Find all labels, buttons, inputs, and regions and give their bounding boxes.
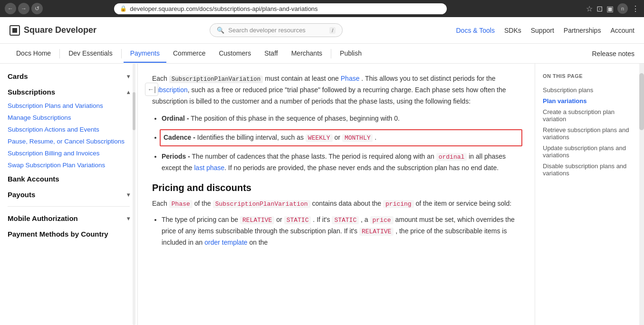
subnav-divider-3 bbox=[331, 49, 331, 58]
logo-inner bbox=[12, 28, 17, 33]
subnav-divider-1 bbox=[59, 49, 60, 58]
toc-plan-variations[interactable]: Plan variations bbox=[543, 96, 632, 106]
release-notes-link[interactable]: Release notes bbox=[592, 50, 634, 57]
relative-code: RELATIVE bbox=[240, 216, 274, 224]
pricing-type-item: The type of pricing can be RELATIVE or S… bbox=[162, 214, 520, 249]
search-kbd-shortcut: / bbox=[329, 27, 336, 34]
sidebar-bank-accounts-heading[interactable]: Bank Accounts bbox=[0, 171, 137, 187]
logo-area[interactable]: Square Developer bbox=[10, 25, 96, 36]
main-layout: Cards ▾ Subscriptions ▴ Subscription Pla… bbox=[0, 64, 644, 325]
sidebar-divider bbox=[8, 206, 130, 207]
subnav-staff[interactable]: Staff bbox=[258, 45, 285, 63]
subnav-divider-2 bbox=[121, 49, 122, 58]
logo-text: Square Developer bbox=[24, 25, 96, 35]
intro-paragraph: Each SubscriptionPlanVariation must cont… bbox=[152, 73, 520, 107]
ordinal-item: Ordinal - The position of this phase in … bbox=[162, 113, 520, 124]
main-scrollbar bbox=[639, 64, 644, 325]
address-bar[interactable]: 🔒 developer.squareup.com/docs/subscripti… bbox=[114, 3, 447, 14]
sidebar-link-pause-resume-cancel[interactable]: Pause, Resume, or Cancel Subscriptions bbox=[0, 135, 137, 147]
static-code: STATIC bbox=[284, 216, 311, 224]
refresh-button[interactable]: ↺ bbox=[31, 3, 43, 14]
subscription-plan-variation-code: SubscriptionPlanVariation bbox=[169, 76, 263, 83]
subnav-payments[interactable]: Payments bbox=[124, 45, 166, 63]
sidebar-link-actions-events[interactable]: Subscription Actions and Events bbox=[0, 124, 137, 135]
toc-subscription-plans[interactable]: Subscription plans bbox=[543, 85, 632, 96]
search-bar[interactable]: 🔍 Search developer resources / bbox=[210, 23, 343, 37]
cards-label: Cards bbox=[8, 72, 28, 80]
sidebar-icon[interactable]: ▣ bbox=[606, 4, 614, 13]
subnav-publish[interactable]: Publish bbox=[333, 45, 368, 63]
subnav-docs-home[interactable]: Docs Home bbox=[10, 45, 58, 63]
sidebar: Cards ▾ Subscriptions ▴ Subscription Pla… bbox=[0, 64, 138, 325]
subnav-customers[interactable]: Customers bbox=[212, 45, 258, 63]
docs-tools-link[interactable]: Docs & Tools bbox=[456, 27, 495, 34]
subnav-commerce[interactable]: Commerce bbox=[166, 45, 212, 63]
price-code: price bbox=[370, 216, 394, 224]
bank-accounts-label: Bank Accounts bbox=[8, 175, 59, 183]
star-icon[interactable]: ☆ bbox=[586, 4, 593, 13]
sidebar-link-billing-invoices[interactable]: Subscription Billing and Invoices bbox=[0, 147, 137, 159]
cards-chevron-icon: ▾ bbox=[127, 73, 130, 80]
sidebar-payment-methods-heading[interactable]: Payment Methods by Country bbox=[0, 226, 137, 242]
sidebar-link-swap-variations[interactable]: Swap Subscription Plan Variations bbox=[0, 159, 137, 171]
browser-nav-buttons: ← → ↺ bbox=[5, 3, 43, 14]
payouts-label: Payouts bbox=[8, 191, 35, 199]
forward-button[interactable]: → bbox=[18, 3, 29, 14]
phase-code: Phase bbox=[169, 200, 192, 208]
logo-square-icon bbox=[10, 25, 20, 36]
sidebar-link-manage-subscriptions[interactable]: Manage Subscriptions bbox=[0, 112, 137, 124]
payouts-chevron-icon: ▾ bbox=[127, 191, 130, 198]
sidebar-mobile-auth-heading[interactable]: Mobile Authorization ▾ bbox=[0, 210, 137, 226]
subnav-dev-essentials[interactable]: Dev Essentials bbox=[62, 45, 119, 63]
sidebar-cards-heading[interactable]: Cards ▾ bbox=[0, 68, 137, 84]
pricing-list: The type of pricing can be RELATIVE or S… bbox=[162, 214, 520, 249]
periods-term: Periods - bbox=[162, 153, 190, 160]
sidebar-link-plans-variations[interactable]: Subscription Plans and Variations bbox=[0, 100, 137, 112]
partnerships-link[interactable]: Partnerships bbox=[564, 27, 601, 34]
header-nav: Docs & Tools SDKs Support Partnerships A… bbox=[456, 27, 634, 34]
browser-actions: ☆ ⊡ ▣ n ⋮ bbox=[586, 3, 639, 14]
toc-create-variation[interactable]: Create a subscription plan variation bbox=[543, 106, 632, 124]
support-link[interactable]: Support bbox=[531, 27, 554, 34]
extension-icon[interactable]: ⊡ bbox=[596, 4, 603, 13]
static-code-2: STATIC bbox=[332, 216, 359, 224]
lock-icon: 🔒 bbox=[120, 5, 127, 12]
relative-code-2: RELATIVE bbox=[359, 228, 394, 236]
account-link[interactable]: Account bbox=[610, 27, 634, 34]
toc-panel: ON THIS PAGE Subscription plans Plan var… bbox=[535, 64, 639, 325]
back-button[interactable]: ← bbox=[5, 3, 16, 14]
site-header: Square Developer 🔍 Search developer reso… bbox=[0, 17, 644, 44]
sidebar-scroll bbox=[133, 64, 135, 325]
sidebar-payouts-heading[interactable]: Payouts ▾ bbox=[0, 187, 137, 202]
toc-title: ON THIS PAGE bbox=[543, 73, 632, 79]
toc-update-plans[interactable]: Update subscription plans and variations bbox=[543, 143, 632, 161]
pricing-code: pricing bbox=[383, 200, 414, 208]
order-template-link[interactable]: order template bbox=[204, 239, 247, 246]
subnav-merchants[interactable]: Merchants bbox=[285, 45, 329, 63]
subscriptions-chevron-icon: ▴ bbox=[127, 89, 130, 96]
profile-icon[interactable]: n bbox=[617, 3, 628, 14]
sdks-link[interactable]: SDKs bbox=[504, 27, 521, 34]
phase-link[interactable]: Phase bbox=[341, 75, 360, 82]
mobile-auth-chevron-icon: ▾ bbox=[127, 215, 130, 222]
weekly-code: WEEKLY bbox=[306, 134, 333, 142]
toc-disable-plans[interactable]: Disable subscription plans and variation… bbox=[543, 161, 632, 179]
periods-item: Periods - The number of cadences that th… bbox=[162, 151, 520, 174]
scroll-thumb[interactable] bbox=[133, 92, 135, 130]
payment-methods-label: Payment Methods by Country bbox=[8, 230, 108, 238]
collapse-sidebar-button[interactable]: ←| bbox=[145, 83, 158, 96]
sidebar-subscriptions-heading[interactable]: Subscriptions ▴ bbox=[0, 84, 137, 100]
ordinal-code: ordinal bbox=[436, 153, 467, 161]
subscriptions-label: Subscriptions bbox=[8, 88, 55, 96]
cadence-highlight-box: Cadence - Identifies the billing interva… bbox=[160, 129, 522, 146]
search-icon: 🔍 bbox=[217, 27, 224, 34]
url-text: developer.squareup.com/docs/subscription… bbox=[130, 5, 317, 12]
ordinal-term: Ordinal - bbox=[162, 115, 189, 122]
menu-icon[interactable]: ⋮ bbox=[632, 4, 639, 13]
subscription-plan-variation-code2: SubscriptionPlanVariation bbox=[213, 200, 310, 208]
last-phase-link[interactable]: last phase bbox=[194, 164, 225, 172]
pricing-intro: Each Phase of the SubscriptionPlanVariat… bbox=[152, 198, 520, 210]
main-scroll-thumb[interactable] bbox=[639, 73, 644, 130]
toc-retrieve-plans[interactable]: Retrieve subscription plans and variatio… bbox=[543, 124, 632, 143]
cadence-term: Cadence - bbox=[163, 134, 195, 141]
